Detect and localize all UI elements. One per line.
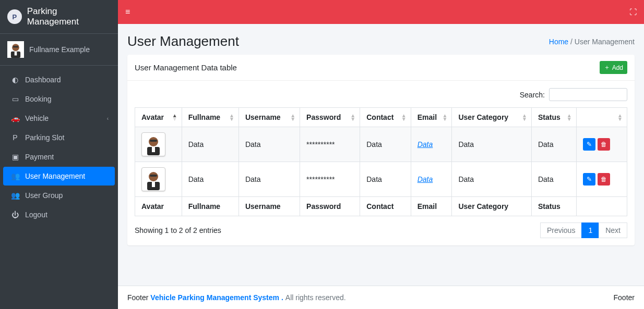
footer: Footer Vehicle Parking Management System…: [118, 286, 644, 309]
col-user-category[interactable]: User Category▲▼: [452, 108, 532, 127]
sidebar-item-label: Vehicle: [25, 114, 49, 122]
avatar: [141, 167, 165, 191]
sidebar-item-label: Payment: [25, 153, 54, 161]
col-status[interactable]: Status▲▼: [531, 108, 576, 127]
search-label: Search:: [520, 91, 545, 99]
pagination-prev[interactable]: Previous: [540, 223, 582, 238]
pagination-next[interactable]: Next: [599, 223, 627, 238]
sidebar-item-label: User Management: [25, 172, 85, 180]
edit-button[interactable]: ✎: [583, 138, 595, 151]
col-email[interactable]: Email▲▼: [411, 108, 452, 127]
cell-avatar: [135, 162, 182, 197]
expand-icon[interactable]: ⛶: [629, 8, 637, 16]
sidebar: P Parking Management Fullname Example ◐D…: [0, 0, 118, 309]
plus-icon: ＋: [604, 63, 610, 72]
users-table: Avatar▲▼Fullname▲▼Username▲▼Password▲▼Co…: [135, 107, 627, 216]
brand[interactable]: P Parking Management: [0, 0, 118, 34]
col-contact[interactable]: Contact▲▼: [360, 108, 411, 127]
cell-user-category: Data: [452, 127, 532, 162]
col-actions[interactable]: ▲▼: [576, 108, 627, 127]
sidebar-item-parking-slot[interactable]: PParking Slot: [3, 128, 115, 147]
delete-button[interactable]: 🗑: [598, 173, 610, 186]
sort-icon: ▲▼: [522, 114, 527, 121]
cell-avatar: [135, 127, 182, 162]
sidebar-item-logout[interactable]: ⏻Logout: [3, 205, 115, 224]
sidebar-item-user-group[interactable]: 👥User Group: [3, 186, 115, 205]
cell-status: Data: [531, 162, 576, 197]
footer-col-status: Status: [531, 197, 576, 216]
footer-col-contact: Contact: [360, 197, 411, 216]
cell-contact: Data: [360, 162, 411, 197]
sort-icon: ▲▼: [290, 114, 295, 121]
sort-icon: ▲▼: [401, 114, 407, 121]
breadcrumb: Home / User Management: [549, 38, 635, 46]
email-link[interactable]: Data: [418, 140, 433, 149]
sort-icon: ▲▼: [567, 114, 572, 121]
cell-username: Data: [238, 127, 300, 162]
footer-left-strong[interactable]: Vehicle Parking Management System .: [150, 293, 283, 302]
pagination-page-1[interactable]: 1: [581, 223, 599, 238]
brand-name: Parking Management: [27, 6, 111, 27]
card-title: User Management Data table: [135, 63, 237, 72]
sidebar-nav: ◐Dashboard▭Booking🚗Vehicle‹PParking Slot…: [0, 66, 118, 229]
add-button[interactable]: ＋ Add: [600, 61, 627, 74]
content-header: User Management Home / User Management: [118, 24, 644, 55]
chevron-left-icon: ‹: [107, 116, 109, 121]
sidebar-item-dashboard[interactable]: ◐Dashboard: [3, 70, 115, 89]
search-input[interactable]: [549, 88, 627, 101]
sidebar-item-label: User Group: [25, 191, 63, 200]
sidebar-item-label: Dashboard: [25, 76, 61, 84]
avatar: [7, 41, 24, 58]
cell-fullname: Data: [182, 162, 238, 197]
sort-icon: ▲▼: [350, 114, 355, 121]
group-icon: 👥: [9, 191, 21, 200]
vehicle-icon: 🚗: [9, 114, 21, 122]
sidebar-item-booking[interactable]: ▭Booking: [3, 90, 115, 108]
table-row: DataData**********DataDataDataData✎🗑: [135, 127, 627, 162]
parking-icon: P: [9, 133, 21, 142]
sidebar-item-payment[interactable]: ▣Payment: [3, 147, 115, 166]
card: User Management Data table ＋ Add Search:…: [127, 55, 635, 245]
users-icon: 👥: [9, 172, 21, 180]
current-user-name: Fullname Example: [29, 45, 90, 54]
brand-logo: P: [7, 9, 22, 24]
footer-col-password: Password: [300, 197, 360, 216]
logout-icon: ⏻: [9, 211, 21, 219]
col-username[interactable]: Username▲▼: [238, 108, 300, 127]
cell-actions: ✎🗑: [576, 162, 627, 197]
cell-contact: Data: [360, 127, 411, 162]
datatable-info: Showing 1 to 2 of 2 entries: [135, 226, 221, 234]
sidebar-item-vehicle[interactable]: 🚗Vehicle‹: [3, 109, 115, 128]
sidebar-item-user-management[interactable]: 👥User Management: [3, 167, 115, 186]
footer-right: Footer: [614, 293, 635, 302]
cell-user-category: Data: [452, 162, 532, 197]
col-password[interactable]: Password▲▼: [300, 108, 360, 127]
sort-icon: ▲▼: [443, 114, 448, 121]
booking-icon: ▭: [9, 95, 21, 103]
dashboard-icon: ◐: [9, 76, 21, 84]
footer-col-fullname: Fullname: [182, 197, 238, 216]
footer-col-email: Email: [411, 197, 452, 216]
col-avatar[interactable]: Avatar▲▼: [135, 108, 182, 127]
edit-button[interactable]: ✎: [583, 173, 595, 186]
footer-col-actions: [576, 197, 627, 216]
topbar: ≡ ⛶: [118, 0, 644, 24]
email-link[interactable]: Data: [418, 175, 433, 183]
footer-col-avatar: Avatar: [135, 197, 182, 216]
sidebar-item-label: Parking Slot: [25, 133, 64, 142]
breadcrumb-current: User Management: [575, 38, 635, 46]
col-fullname[interactable]: Fullname▲▼: [182, 108, 238, 127]
hamburger-icon[interactable]: ≡: [125, 7, 130, 17]
sidebar-item-label: Logout: [25, 211, 47, 219]
page-title: User Management: [127, 33, 239, 50]
sidebar-user[interactable]: Fullname Example: [0, 34, 118, 66]
sort-icon: ▲▼: [172, 114, 177, 121]
cell-fullname: Data: [182, 127, 238, 162]
delete-button[interactable]: 🗑: [598, 138, 610, 151]
cell-password: **********: [300, 127, 360, 162]
footer-col-username: Username: [238, 197, 300, 216]
cell-actions: ✎🗑: [576, 127, 627, 162]
breadcrumb-home[interactable]: Home: [549, 38, 568, 46]
footer-col-user-category: User Category: [452, 197, 532, 216]
sort-icon: ▲▼: [617, 114, 623, 121]
